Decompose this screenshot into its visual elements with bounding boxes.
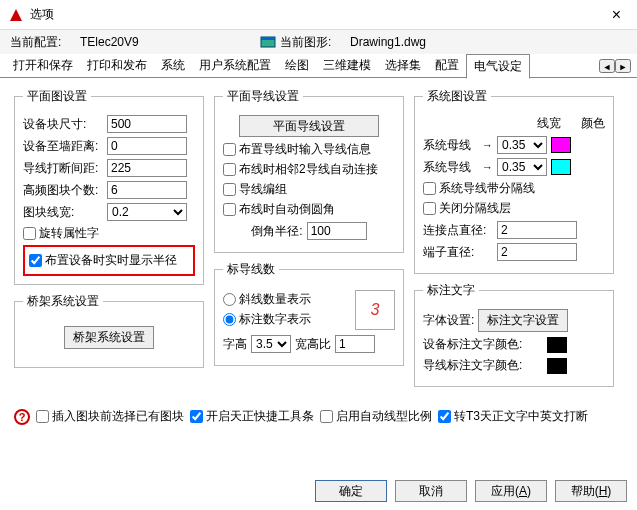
- apply-button[interactable]: 应用(A): [475, 480, 547, 502]
- font-set-label: 字体设置:: [423, 312, 474, 329]
- tab-drafting[interactable]: 绘图: [278, 54, 316, 77]
- leader-sample: 3: [355, 290, 395, 330]
- anno-group: 标注文字 字体设置:标注文字设置 设备标注文字颜色: 导线标注文字颜色:: [414, 282, 614, 387]
- sys-settings-group: 系统图设置 线宽 颜色 系统母线 → 0.35 系统导线 → 0.35 系统导线…: [414, 88, 614, 274]
- ok-button[interactable]: 确定: [315, 480, 387, 502]
- dev-color-label: 设备标注文字颜色:: [423, 336, 543, 353]
- sys-wire-w-select[interactable]: 0.35: [497, 158, 547, 176]
- anno-legend: 标注文字: [423, 282, 479, 299]
- conn-d-label: 连接点直径:: [423, 222, 493, 239]
- hf-block-label: 高频图块个数:: [23, 182, 103, 199]
- bridge-group: 桥架系统设置 桥架系统设置: [14, 293, 204, 368]
- arrow-icon: →: [482, 161, 493, 173]
- tab-profiles[interactable]: 配置: [428, 54, 466, 77]
- profile-value: TElec20V9: [80, 35, 260, 49]
- realtime-radius-check[interactable]: 布置设备时实时显示半径: [29, 252, 189, 269]
- titlebar: 选项 ×: [0, 0, 637, 30]
- auto-ltype-check[interactable]: 启用自动线型比例: [320, 408, 432, 425]
- plan-settings-group: 平面图设置 设备块尺寸: 设备至墙距离: 导线打断间距: 高频图块个数: 图块线…: [14, 88, 204, 285]
- slash-count-radio[interactable]: 斜线数量表示: [223, 291, 351, 308]
- sys-wire-color-swatch[interactable]: [551, 159, 571, 175]
- info-row: 当前配置: TElec20V9 当前图形: Drawing1.dwg: [0, 30, 637, 54]
- wall-dist-label: 设备至墙距离:: [23, 138, 103, 155]
- wh-input[interactable]: [335, 335, 375, 353]
- drawing-label: 当前图形:: [280, 34, 350, 51]
- help-icon[interactable]: ?: [14, 409, 30, 425]
- linew-header: 线宽: [537, 115, 561, 132]
- tab-3d[interactable]: 三维建模: [316, 54, 378, 77]
- footer: 确定 取消 应用(A) 帮助(H): [315, 480, 627, 502]
- pre-select-check[interactable]: 插入图块前选择已有图块: [36, 408, 184, 425]
- break-dist-input[interactable]: [107, 159, 187, 177]
- arrow-icon: →: [482, 139, 493, 151]
- font-set-button[interactable]: 标注文字设置: [478, 309, 568, 332]
- close-sep-check[interactable]: 关闭分隔线层: [423, 200, 605, 217]
- block-size-input[interactable]: [107, 115, 187, 133]
- drawing-value: Drawing1.dwg: [350, 35, 426, 49]
- wire-settings-legend: 平面导线设置: [223, 88, 303, 105]
- fillet-r-label: 倒角半径:: [251, 223, 302, 240]
- fillet-r-input[interactable]: [307, 222, 367, 240]
- bottom-checks: ? 插入图块前选择已有图块 开启天正快捷工具条 启用自动线型比例 转T3天正文字…: [0, 405, 637, 428]
- bridge-settings-button[interactable]: 桥架系统设置: [64, 326, 154, 349]
- tab-print[interactable]: 打印和发布: [80, 54, 154, 77]
- tab-scroll-left[interactable]: ◄: [599, 59, 615, 73]
- sys-settings-legend: 系统图设置: [423, 88, 491, 105]
- line-w-select[interactable]: 0.2: [107, 203, 187, 221]
- svg-rect-1: [261, 37, 275, 40]
- window-title: 选项: [30, 6, 604, 23]
- char-h-label: 字高: [223, 336, 247, 353]
- break-dist-label: 导线打断间距:: [23, 160, 103, 177]
- tab-elec[interactable]: 电气设定: [466, 54, 530, 79]
- profile-label: 当前配置:: [10, 34, 80, 51]
- leader-group: 标导线数 斜线数量表示 标注数字表示 3 字高 3.5 宽高比: [214, 261, 404, 366]
- block-size-label: 设备块尺寸:: [23, 116, 103, 133]
- term-d-input[interactable]: [497, 243, 577, 261]
- bus-color-swatch[interactable]: [551, 137, 571, 153]
- wire-settings-button[interactable]: 平面导线设置: [239, 115, 379, 137]
- leader-legend: 标导线数: [223, 261, 279, 278]
- wall-dist-input[interactable]: [107, 137, 187, 155]
- digit-anno-radio[interactable]: 标注数字表示: [223, 311, 351, 328]
- app-icon: [8, 7, 24, 23]
- bridge-legend: 桥架系统设置: [23, 293, 103, 310]
- rot-attr-check[interactable]: 旋转属性字: [23, 225, 195, 242]
- tab-scroll-right[interactable]: ►: [615, 59, 631, 73]
- wire-color-label: 导线标注文字颜色:: [423, 357, 543, 374]
- hf-block-input[interactable]: [107, 181, 187, 199]
- dev-color-swatch[interactable]: [547, 337, 567, 353]
- sep-line-check[interactable]: 系统导线带分隔线: [423, 180, 605, 197]
- drawing-icon: [260, 34, 276, 50]
- close-icon[interactable]: ×: [604, 6, 629, 24]
- tab-nav: ◄ ►: [599, 59, 631, 73]
- sys-wire-label: 系统导线: [423, 159, 478, 176]
- wire-edit-check[interactable]: 导线编组: [223, 181, 395, 198]
- tab-bar: 打开和保存 打印和发布 系统 用户系统配置 绘图 三维建模 选择集 配置 电气设…: [0, 54, 637, 78]
- tab-open-save[interactable]: 打开和保存: [6, 54, 80, 77]
- conn-d-input[interactable]: [497, 221, 577, 239]
- two-wire-check[interactable]: 布线时相邻2导线自动连接: [223, 161, 395, 178]
- tab-system[interactable]: 系统: [154, 54, 192, 77]
- wh-label: 宽高比: [295, 336, 331, 353]
- bus-label: 系统母线: [423, 137, 478, 154]
- color-header: 颜色: [581, 115, 605, 132]
- line-w-label: 图块线宽:: [23, 204, 103, 221]
- convert-t3-check[interactable]: 转T3天正文字中英文打断: [438, 408, 588, 425]
- tab-user-pref[interactable]: 用户系统配置: [192, 54, 278, 77]
- content: 平面图设置 设备块尺寸: 设备至墙距离: 导线打断间距: 高频图块个数: 图块线…: [0, 78, 637, 405]
- input-info-check[interactable]: 布置导线时输入导线信息: [223, 141, 395, 158]
- cancel-button[interactable]: 取消: [395, 480, 467, 502]
- enable-tz-check[interactable]: 开启天正快捷工具条: [190, 408, 314, 425]
- plan-settings-legend: 平面图设置: [23, 88, 91, 105]
- tab-selection[interactable]: 选择集: [378, 54, 428, 77]
- wire-settings-group: 平面导线设置 平面导线设置 布置导线时输入导线信息 布线时相邻2导线自动连接 导…: [214, 88, 404, 253]
- bus-w-select[interactable]: 0.35: [497, 136, 547, 154]
- help-button[interactable]: 帮助(H): [555, 480, 627, 502]
- realtime-radius-highlight: 布置设备时实时显示半径: [23, 245, 195, 276]
- wire-color-swatch[interactable]: [547, 358, 567, 374]
- term-d-label: 端子直径:: [423, 244, 493, 261]
- auto-fillet-check[interactable]: 布线时自动倒圆角: [223, 201, 395, 218]
- char-h-select[interactable]: 3.5: [251, 335, 291, 353]
